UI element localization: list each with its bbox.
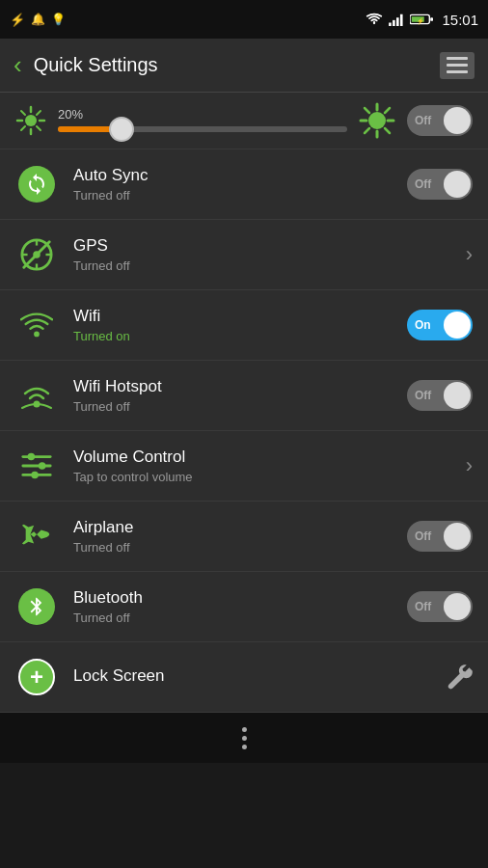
usb-icon: ⚡ [10, 13, 25, 27]
wifi-subtitle: Turned on [73, 329, 397, 343]
brightness-slider-container[interactable]: 20% [58, 126, 347, 132]
svg-line-13 [21, 111, 25, 115]
volume-control-text: Volume Control Tap to control volume [73, 448, 456, 484]
gps-subtitle: Turned off [73, 258, 456, 273]
auto-sync-toggle[interactable]: Off [407, 169, 473, 200]
wifi-text: Wifi Turned on [73, 307, 397, 343]
volume-control-title: Volume Control [73, 448, 456, 467]
airplane-item[interactable]: Airplane Turned off Off [0, 502, 488, 572]
airplane-icon [15, 515, 58, 557]
svg-rect-1 [393, 20, 396, 26]
battery-saver-icon: 💡 [51, 13, 66, 26]
bluetooth-title: Bluetooth [73, 588, 397, 608]
wifi-toggle[interactable]: On [407, 310, 473, 340]
wifi-hotspot-title: Wifi Hotspot [73, 377, 397, 396]
bluetooth-icon [15, 585, 58, 628]
wifi-hotspot-text: Wifi Hotspot Turned off [73, 377, 397, 414]
wifi-title: Wifi [73, 307, 397, 326]
svg-line-23 [385, 128, 390, 133]
svg-line-14 [37, 126, 41, 130]
airplane-title: Airplane [73, 518, 397, 537]
bluetooth-toggle[interactable]: Off [407, 591, 473, 622]
svg-rect-0 [390, 23, 393, 27]
brightness-toggle-knob [444, 107, 471, 134]
brightness-percent: 20% [58, 107, 83, 122]
bluetooth-text: Bluetooth Turned off [73, 588, 397, 625]
wifi-hotspot-toggle[interactable]: Off [407, 380, 473, 411]
brightness-low-icon [15, 105, 46, 136]
svg-line-25 [365, 128, 369, 133]
auto-sync-text: Auto Sync Turned off [73, 166, 397, 203]
auto-sync-icon [15, 163, 58, 205]
volume-chevron-icon: › [466, 453, 473, 478]
brightness-row: 20% Off [0, 93, 488, 149]
brightness-high-icon [359, 102, 395, 139]
auto-sync-title: Auto Sync [73, 166, 397, 185]
svg-point-38 [39, 462, 46, 470]
svg-text:⚡: ⚡ [418, 17, 426, 25]
menu-button[interactable] [440, 52, 474, 79]
gps-item[interactable]: GPS Turned off › [0, 220, 488, 290]
lock-screen-text: Lock Screen [73, 666, 436, 689]
svg-point-36 [28, 453, 36, 461]
signal-icon [388, 13, 405, 26]
lock-screen-wrench[interactable] [446, 664, 473, 691]
volume-control-icon [15, 445, 58, 487]
volume-control-item[interactable]: Volume Control Tap to control volume › [0, 431, 488, 502]
header: ‹ Quick Settings [0, 39, 488, 93]
svg-point-40 [31, 472, 39, 479]
wifi-hotspot-icon [15, 374, 58, 417]
gps-chevron[interactable]: › [466, 242, 473, 267]
wifi-hotspot-item[interactable]: Wifi Hotspot Turned off Off [0, 361, 488, 431]
bottom-nav [0, 713, 488, 763]
lock-screen-icon: + [15, 656, 58, 698]
svg-rect-3 [400, 14, 403, 26]
status-right-icons: ⚡ 15:01 [366, 12, 478, 28]
bluetooth-subtitle: Turned off [73, 610, 397, 625]
page-title: Quick Settings [34, 54, 440, 76]
nav-dot-3 [242, 745, 247, 749]
settings-list: Auto Sync Turned off Off GPS [0, 149, 488, 713]
brightness-track[interactable] [58, 126, 347, 132]
svg-line-24 [385, 108, 390, 113]
wifi-toggle-label: On [415, 318, 431, 332]
wifi-hotspot-subtitle: Turned off [73, 399, 397, 414]
notification-icon: 🔔 [31, 13, 45, 26]
gps-title: GPS [73, 236, 456, 256]
airplane-text: Airplane Turned off [73, 518, 397, 555]
svg-line-32 [24, 242, 49, 267]
svg-rect-6 [431, 17, 434, 21]
nav-dot-1 [242, 727, 247, 732]
svg-point-33 [34, 332, 40, 338]
nav-dot-2 [242, 736, 247, 741]
svg-point-17 [368, 112, 386, 129]
bluetooth-item[interactable]: Bluetooth Turned off Off [0, 572, 488, 642]
brightness-thumb[interactable] [109, 117, 134, 142]
nav-dots [242, 727, 247, 749]
svg-line-16 [21, 126, 25, 130]
volume-chevron[interactable]: › [466, 453, 473, 478]
brightness-toggle-label: Off [415, 114, 431, 127]
lock-screen-item[interactable]: + Lock Screen [0, 642, 488, 713]
svg-rect-2 [396, 17, 399, 26]
wifi-icon [15, 304, 58, 346]
auto-sync-item[interactable]: Auto Sync Turned off Off [0, 149, 488, 220]
airplane-toggle[interactable]: Off [407, 521, 473, 552]
status-bar: ⚡ 🔔 💡 ⚡ 15:01 [0, 0, 488, 39]
auto-sync-subtitle: Turned off [73, 188, 397, 203]
brightness-toggle[interactable]: Off [407, 105, 473, 136]
svg-line-15 [37, 111, 41, 115]
svg-line-22 [365, 108, 369, 113]
back-button[interactable]: ‹ [14, 50, 22, 80]
wrench-icon [446, 664, 473, 691]
battery-icon: ⚡ [410, 13, 433, 26]
status-left-icons: ⚡ 🔔 💡 [10, 13, 66, 27]
gps-text: GPS Turned off [73, 236, 456, 273]
wifi-status-icon [366, 13, 383, 26]
volume-control-subtitle: Tap to control volume [73, 470, 456, 484]
wifi-item[interactable]: Wifi Turned on On [0, 290, 488, 361]
airplane-subtitle: Turned off [73, 540, 397, 555]
gps-icon [15, 233, 58, 276]
svg-point-8 [25, 115, 37, 126]
lock-screen-title: Lock Screen [73, 666, 436, 686]
